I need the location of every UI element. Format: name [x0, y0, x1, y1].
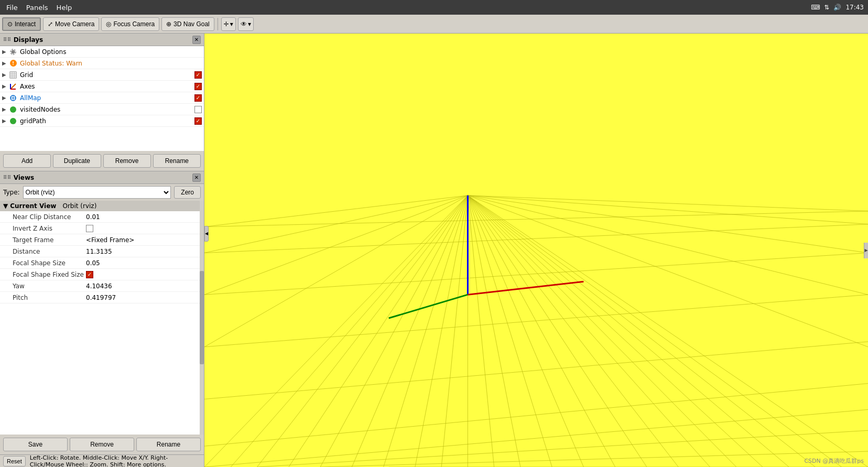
right-panel-expand-handle[interactable]: ▶: [864, 243, 868, 258]
views-type-select[interactable]: Orbit (rviz): [23, 186, 171, 199]
current-view-header[interactable]: ▼ Current View Orbit (rviz): [0, 201, 204, 211]
menu-file[interactable]: File: [2, 3, 22, 13]
expand-arrow-visitednodes: ▶: [2, 106, 8, 112]
viewport[interactable]: ▶ CSDN @真滴吃瓜群ps: [204, 34, 868, 467]
focus-camera-icon: ◎: [106, 20, 111, 28]
left-panel: ⠿⠿ Displays ✕ ▶ Global Options: [0, 34, 204, 467]
axes-icon: [8, 82, 18, 91]
displays-title: ⠿⠿ Displays: [3, 36, 43, 44]
interact-icon: ⊙: [7, 20, 13, 28]
rename-display-button[interactable]: Rename: [153, 154, 201, 168]
move-camera-icon: ⤢: [48, 20, 53, 28]
focus-camera-label: Focus Camera: [113, 20, 155, 28]
plus-icon: ✛: [224, 20, 229, 28]
gridpath-checkbox[interactable]: ✓: [194, 117, 202, 125]
views-type-row: Type: Orbit (rviz) Zero: [0, 184, 204, 201]
nav-3d-icon: ⊕: [166, 20, 171, 28]
menubar: File Panels Help ⌨ ⇅ 🔊 17:43: [0, 0, 868, 15]
display-item-axes[interactable]: ▶ Axes ✓: [0, 81, 204, 92]
prop-target-frame-label: Target Frame: [13, 236, 86, 244]
prop-invert-z-label: Invert Z Axis: [13, 225, 86, 232]
nav-3d-button[interactable]: ⊕ 3D Nav Goal: [161, 17, 214, 31]
prop-distance: Distance 11.3135: [0, 246, 204, 257]
prop-yaw-label: Yaw: [13, 283, 86, 290]
prop-pitch-value[interactable]: 0.419797: [86, 294, 200, 301]
prop-yaw: Yaw 4.10436: [0, 280, 204, 292]
rename-view-button[interactable]: Rename: [136, 438, 201, 451]
prop-pitch-label: Pitch: [13, 294, 86, 301]
svg-rect-2: [10, 72, 16, 78]
grid-checkbox[interactable]: ✓: [194, 71, 202, 79]
view-dropdown[interactable]: 👁 ▾: [238, 17, 254, 31]
expand-arrow-gridpath: ▶: [2, 118, 8, 124]
prop-near-clip: Near Clip Distance 0.01: [0, 211, 204, 223]
displays-list: ▶ Global Options ▶ ! Global St: [0, 46, 204, 151]
eye-icon: 👁: [241, 20, 247, 28]
menu-help[interactable]: Help: [52, 3, 77, 13]
views-close-button[interactable]: ✕: [192, 173, 201, 182]
watermark: CSDN @真滴吃瓜群ps: [804, 457, 864, 465]
left-panel-collapse-handle[interactable]: ◀: [204, 226, 209, 242]
volume-icon: 🔊: [833, 4, 841, 11]
save-view-button[interactable]: Save: [3, 438, 68, 451]
views-zero-button[interactable]: Zero: [174, 186, 201, 199]
status-hint: Left-Click: Rotate. Middle-Click: Move X…: [30, 454, 201, 468]
move-camera-label: Move Camera: [55, 20, 94, 28]
viewport-svg: [204, 34, 868, 467]
duplicate-button[interactable]: Duplicate: [53, 154, 101, 168]
display-item-grid[interactable]: ▶ Grid ✓: [0, 69, 204, 81]
invert-z-checkbox[interactable]: [86, 225, 93, 232]
grid-icon: [8, 70, 18, 80]
views-buttons: Save Remove Rename: [0, 435, 204, 454]
displays-close-button[interactable]: ✕: [192, 36, 201, 44]
views-scrollbar[interactable]: [200, 201, 204, 435]
display-item-allmap[interactable]: ▶ AllMap ✓: [0, 92, 204, 104]
prop-target-frame-value[interactable]: <Fixed Frame>: [86, 236, 200, 244]
display-item-visitednodes[interactable]: ▶ visitedNodes: [0, 104, 204, 115]
focal-fixed-checkbox[interactable]: ✓: [86, 271, 93, 278]
svg-rect-13: [204, 34, 868, 467]
prop-invert-z: Invert Z Axis: [0, 223, 204, 234]
displays-section: ⠿⠿ Displays ✕ ▶ Global Options: [0, 34, 204, 171]
interact-button[interactable]: ⊙ Interact: [2, 17, 41, 31]
view-dropdown-arrow: ▾: [248, 20, 251, 28]
gridpath-label: gridPath: [20, 117, 194, 125]
move-camera-button[interactable]: ⤢ Move Camera: [43, 17, 99, 31]
prop-focal-fixed-label: Focal Shape Fixed Size: [13, 271, 86, 278]
prop-near-clip-value[interactable]: 0.01: [86, 213, 200, 221]
visitednodes-checkbox[interactable]: [194, 106, 202, 113]
prop-yaw-value[interactable]: 4.10436: [86, 283, 200, 290]
menu-panels[interactable]: Panels: [22, 3, 52, 13]
views-grip-icon: ⠿⠿: [3, 175, 12, 180]
keyboard-icon: ⌨: [811, 4, 820, 11]
clock: 17:43: [845, 4, 864, 11]
display-item-gridpath[interactable]: ▶ gridPath ✓: [0, 115, 204, 127]
interact-label: Interact: [15, 20, 36, 28]
prop-focal-shape-size-value[interactable]: 0.05: [86, 259, 200, 267]
add-button[interactable]: Add: [3, 154, 51, 168]
axes-checkbox[interactable]: ✓: [194, 83, 202, 90]
prop-distance-value[interactable]: 11.3135: [86, 248, 200, 255]
allmap-checkbox[interactable]: ✓: [194, 94, 202, 102]
views-scrollbar-thumb[interactable]: [200, 271, 204, 364]
global-status-label: Global Status: Warn: [20, 60, 202, 67]
allmap-icon: [8, 93, 18, 103]
expand-arrow-grid: ▶: [2, 72, 8, 78]
status-bar: Reset Left-Click: Rotate. Middle-Click: …: [0, 454, 204, 467]
axes-label: Axes: [20, 83, 194, 90]
reset-button[interactable]: Reset: [3, 456, 26, 466]
remove-display-button[interactable]: Remove: [103, 154, 151, 168]
displays-buttons: Add Duplicate Remove Rename: [0, 151, 204, 171]
display-item-global-status[interactable]: ▶ ! Global Status: Warn: [0, 58, 204, 69]
dropdown-arrow: ▾: [230, 20, 233, 28]
expand-arrow-global-status: ▶: [2, 60, 8, 66]
interact-mode-dropdown[interactable]: ✛ ▾: [221, 17, 236, 31]
focus-camera-button[interactable]: ◎ Focus Camera: [101, 17, 159, 31]
displays-label: Displays: [14, 36, 44, 44]
collapse-arrow-icon: ▼: [3, 202, 8, 210]
prop-distance-label: Distance: [13, 248, 86, 255]
remove-view-button[interactable]: Remove: [70, 438, 134, 451]
display-item-global-options[interactable]: ▶ Global Options: [0, 46, 204, 58]
views-section: ⠿⠿ Views ✕ Type: Orbit (rviz) Zero ▼ Cur…: [0, 171, 204, 454]
visitednodes-label: visitedNodes: [20, 106, 194, 113]
